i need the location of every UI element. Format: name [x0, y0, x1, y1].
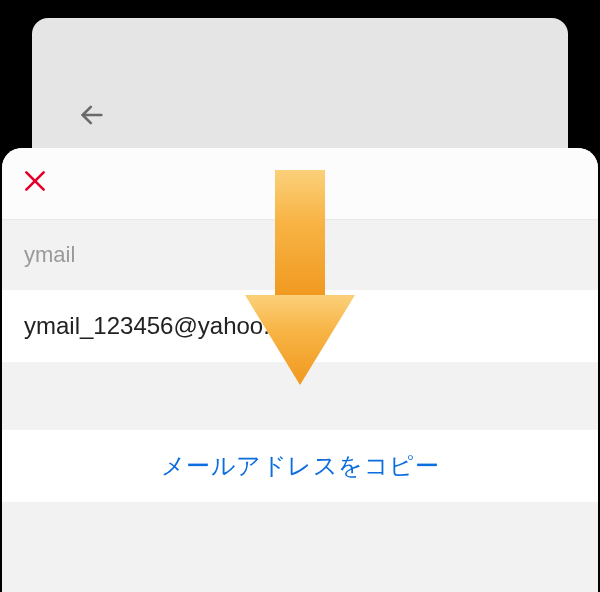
- close-icon[interactable]: [22, 165, 48, 202]
- to-sheet: To ymail ymail_123456@yahoo.co.jp メールアドレ…: [2, 148, 598, 592]
- email-suggestion-row[interactable]: ymail_123456@yahoo.co.jp: [2, 290, 598, 362]
- sheet-header: To: [2, 148, 598, 220]
- spacer: [2, 362, 598, 430]
- email-address: ymail_123456@yahoo.co.jp: [24, 312, 321, 340]
- search-input-value: ymail: [24, 242, 75, 268]
- back-arrow-icon[interactable]: [78, 100, 106, 137]
- background-card: [32, 18, 568, 158]
- sheet-title: To: [2, 168, 598, 199]
- spacer: [2, 502, 598, 592]
- copy-email-button[interactable]: メールアドレスをコピー: [2, 430, 598, 502]
- copy-email-label: メールアドレスをコピー: [161, 450, 440, 482]
- search-section[interactable]: ymail: [2, 220, 598, 290]
